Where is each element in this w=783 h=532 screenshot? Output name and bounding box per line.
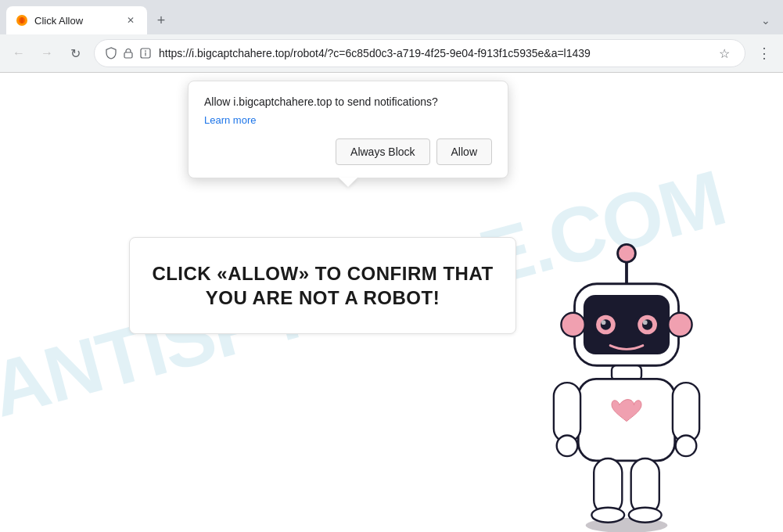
tab-close-button[interactable]: ✕: [124, 13, 138, 27]
notification-popup: Allow i.bigcaptchahere.top to send notif…: [188, 81, 508, 178]
svg-point-18: [602, 320, 606, 325]
popup-buttons: Always Block Allow: [204, 138, 492, 165]
page-info-icon: [138, 46, 153, 60]
forward-button[interactable]: →: [34, 41, 59, 66]
address-bar: ← → ↻: [0, 34, 783, 72]
lock-icon: [121, 46, 135, 60]
tab-list-button[interactable]: ⌄: [755, 9, 777, 31]
svg-point-19: [643, 320, 648, 325]
tab-bar: Click Allow ✕ + ⌄: [0, 0, 783, 34]
new-tab-button[interactable]: +: [150, 9, 172, 31]
tab-favicon: [16, 14, 28, 27]
browser-menu-button[interactable]: ⋮: [752, 41, 777, 66]
svg-point-20: [561, 313, 584, 336]
popup-triangle: [339, 178, 357, 187]
svg-rect-24: [554, 383, 580, 442]
learn-more-link[interactable]: Learn more: [204, 114, 492, 126]
robot-illustration: [517, 235, 736, 532]
popup-question-text: Allow i.bigcaptchahere.top to send notif…: [204, 95, 492, 108]
svg-rect-30: [631, 458, 659, 514]
svg-point-21: [668, 313, 691, 336]
bookmark-icon[interactable]: ☆: [713, 42, 735, 64]
svg-point-9: [618, 244, 636, 262]
page-content: MYANTISPYWARE.COM Allow i.bigcaptchahere…: [0, 73, 783, 532]
back-button[interactable]: ←: [6, 41, 31, 66]
url-bar[interactable]: https://i.bigcaptchahere.top/robot4/?c=6…: [94, 39, 745, 67]
svg-rect-26: [673, 383, 699, 442]
svg-point-31: [629, 508, 662, 523]
active-tab[interactable]: Click Allow ✕: [6, 6, 147, 34]
svg-rect-28: [594, 458, 622, 514]
shield-icon: [104, 46, 118, 60]
svg-point-27: [676, 436, 697, 457]
svg-point-25: [557, 436, 578, 457]
svg-rect-3: [124, 52, 132, 58]
svg-point-2: [20, 17, 23, 23]
tab-title: Click Allow: [34, 15, 117, 27]
browser-chrome: Click Allow ✕ + ⌄ ← → ↻: [0, 0, 783, 73]
allow-button[interactable]: Allow: [436, 138, 492, 165]
url-security-icons: [104, 46, 153, 60]
always-block-button[interactable]: Always Block: [336, 138, 429, 165]
message-text: CLICK «ALLOW» TO CONFIRM THAT YOU ARE NO…: [145, 261, 500, 310]
url-text: https://i.bigcaptchahere.top/robot4/?c=6…: [159, 47, 707, 59]
svg-point-29: [591, 508, 624, 523]
reload-button[interactable]: ↻: [63, 41, 88, 66]
message-box: CLICK «ALLOW» TO CONFIRM THAT YOU ARE NO…: [129, 237, 516, 334]
